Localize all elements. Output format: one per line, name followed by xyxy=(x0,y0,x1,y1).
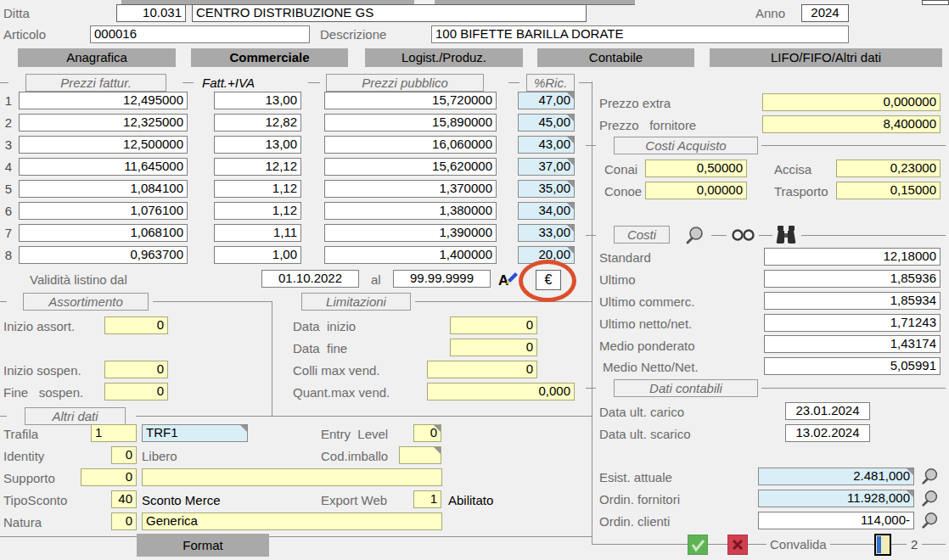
costo-standard-field[interactable]: 12,18000 xyxy=(764,248,941,266)
fatt-iva-field-5[interactable]: 1,12 xyxy=(214,180,301,198)
data-inizio-field[interactable]: 0 xyxy=(450,316,537,334)
costo-medio-ponderato-field[interactable]: 1,43174 xyxy=(764,335,941,353)
price-row-number: 1 xyxy=(0,93,12,108)
magnifier-icon[interactable] xyxy=(920,467,941,487)
conai-field[interactable]: 0,50000 xyxy=(645,160,747,177)
prezzi-fattur-field-3[interactable]: 12,500000 xyxy=(19,136,188,154)
page-book-icon[interactable] xyxy=(874,534,891,556)
fatt-iva-field-2[interactable]: 12,82 xyxy=(214,114,301,132)
data-ult-carico-field[interactable]: 23.01.2024 xyxy=(785,402,870,420)
entry-level-field[interactable]: 0 xyxy=(413,424,441,442)
price-row-number: 6 xyxy=(0,204,12,218)
prezzo-extra-label: Prezzo extra xyxy=(599,96,671,111)
fatt-iva-field-6[interactable]: 1,12 xyxy=(214,202,301,220)
conoe-field[interactable]: 0,00000 xyxy=(645,182,747,199)
natura-desc-field[interactable]: Generica xyxy=(142,512,442,530)
tab-contabile[interactable]: Contabile xyxy=(537,48,694,67)
fatt-iva-field-4[interactable]: 12,12 xyxy=(214,158,301,176)
accisa-field[interactable]: 0,23000 xyxy=(836,160,941,177)
identity-field[interactable]: 0 xyxy=(111,446,137,464)
confirm-check-icon[interactable] xyxy=(688,535,708,555)
prezzi-pubblico-field-2[interactable]: 15,890000 xyxy=(324,114,497,132)
tab-lifo-fifo[interactable]: LIFO/FIFO/Altri dati xyxy=(710,48,942,67)
esist-attuale-field[interactable]: 2.481,000 xyxy=(758,468,914,485)
inizio-sospen-field[interactable]: 0 xyxy=(104,361,168,378)
supporto-field[interactable]: 0 xyxy=(81,468,137,486)
prezzi-pubblico-field-5[interactable]: 1,370000 xyxy=(324,180,497,198)
trafila-field[interactable]: 1 xyxy=(91,424,137,442)
svg-text:A: A xyxy=(498,272,508,288)
prezzi-pubblico-field-1[interactable]: 15,720000 xyxy=(324,92,497,109)
glasses-icon[interactable] xyxy=(730,228,755,243)
fine-sospen-field[interactable]: 0 xyxy=(104,383,168,400)
costo-ultimo-netto-field[interactable]: 1,71243 xyxy=(764,314,941,332)
ric-field-7[interactable]: 33,00 xyxy=(518,224,575,242)
prezzi-pubblico-field-3[interactable]: 16,060000 xyxy=(324,136,497,154)
format-button[interactable]: Format xyxy=(137,534,269,557)
prezzi-fattur-field-1[interactable]: 12,495000 xyxy=(19,92,188,109)
annotation-ellipse xyxy=(519,260,576,302)
prezzi-pubblico-field-4[interactable]: 15,620000 xyxy=(324,158,497,176)
validita-al-field[interactable]: 99.99.9999 xyxy=(393,270,491,288)
natura-field[interactable]: 0 xyxy=(111,512,137,530)
prezzi-fattur-field-2[interactable]: 12,325000 xyxy=(19,114,188,132)
costo-ultimo-field[interactable]: 1,85936 xyxy=(764,270,941,288)
ric-field-3[interactable]: 43,00 xyxy=(518,136,575,154)
ditta-name-field[interactable]: CENTRO DISTRIBUZIONE GS xyxy=(192,4,587,22)
ric-field-1[interactable]: 47,00 xyxy=(518,92,575,109)
binoculars-icon[interactable] xyxy=(776,224,796,245)
data-fine-field[interactable]: 0 xyxy=(450,339,537,356)
costo-ultimo-commerc-field[interactable]: 1,85934 xyxy=(764,292,941,310)
ric-field-6[interactable]: 34,00 xyxy=(518,202,575,220)
fatt-iva-field-8[interactable]: 1,00 xyxy=(214,246,301,264)
ordin-fornitori-field[interactable]: 11.928,000 xyxy=(758,490,914,507)
cancel-x-icon[interactable] xyxy=(727,535,748,555)
inizio-assort-label: Inizio assort. xyxy=(3,319,75,334)
magnifier-icon[interactable] xyxy=(920,511,941,531)
costo-medio-netto-field[interactable]: 5,05991 xyxy=(764,357,941,375)
articolo-field[interactable]: 000016 xyxy=(90,25,310,43)
prezzo-fornitore-field[interactable]: 8,400000 xyxy=(762,115,941,133)
prezzi-pubblico-field-6[interactable]: 1,380000 xyxy=(324,202,497,220)
tab-logist-produz[interactable]: Logist./Produz. xyxy=(365,48,523,67)
prezzi-pubblico-field-8[interactable]: 1,400000 xyxy=(324,246,497,264)
colli-max-vend-field[interactable]: 0 xyxy=(427,361,537,378)
export-web-field[interactable]: 1 xyxy=(413,490,441,508)
prezzi-fattur-field-5[interactable]: 1,084100 xyxy=(19,180,188,198)
magnifier-icon[interactable] xyxy=(920,489,941,509)
prezzi-pubblico-field-7[interactable]: 1,390000 xyxy=(324,224,497,242)
tab-anagrafica[interactable]: Anagrafica xyxy=(18,48,176,67)
data-ult-scarico-field[interactable]: 13.02.2024 xyxy=(785,424,870,442)
tiposconto-field[interactable]: 40 xyxy=(111,490,137,508)
fatt-iva-field-7[interactable]: 1,11 xyxy=(214,224,301,242)
price-row-number: 7 xyxy=(0,226,12,240)
font-edit-icon[interactable]: A xyxy=(497,271,518,289)
fatt-iva-field-1[interactable]: 13,00 xyxy=(214,92,301,109)
ric-field-4[interactable]: 37,00 xyxy=(518,158,575,176)
divider xyxy=(761,145,946,146)
supporto-desc-field[interactable] xyxy=(142,468,442,486)
identity-label: Identity xyxy=(3,449,44,464)
fatt-iva-field-3[interactable]: 13,00 xyxy=(214,136,301,154)
descrizione-field[interactable]: 100 BIFETTE BARILLA DORATE xyxy=(431,25,849,43)
prezzi-fattur-field-4[interactable]: 11,645000 xyxy=(19,158,188,176)
prezzi-fattur-field-7[interactable]: 1,068100 xyxy=(19,224,188,242)
data-fine-label: Data fine xyxy=(293,341,347,356)
cod-imballo-field[interactable] xyxy=(399,446,441,464)
magnifier-icon[interactable] xyxy=(684,225,706,247)
quant-max-vend-field[interactable]: 0,000 xyxy=(427,383,575,400)
ordin-clienti-field[interactable]: 114,000- xyxy=(758,512,914,529)
prezzi-fattur-field-8[interactable]: 0,963700 xyxy=(19,246,188,264)
trafila-desc-field[interactable]: TRF1 xyxy=(142,424,248,442)
tab-commerciale[interactable]: Commerciale xyxy=(191,48,348,67)
ditta-code-field[interactable]: 10.031 xyxy=(116,4,186,22)
anno-field[interactable]: 2024 xyxy=(801,4,849,22)
validita-dal-field[interactable]: 01.10.2022 xyxy=(261,270,359,288)
prezzo-extra-field[interactable]: 0,000000 xyxy=(762,93,941,111)
ric-field-2[interactable]: 45,00 xyxy=(518,114,575,132)
costo-ultimo-netto-label: Ultimo netto/net. xyxy=(599,316,692,332)
inizio-assort-field[interactable]: 0 xyxy=(104,316,168,334)
prezzi-fattur-field-6[interactable]: 1,076100 xyxy=(19,202,188,220)
trasporto-field[interactable]: 0,15000 xyxy=(836,182,941,199)
ric-field-5[interactable]: 35,00 xyxy=(518,180,575,198)
